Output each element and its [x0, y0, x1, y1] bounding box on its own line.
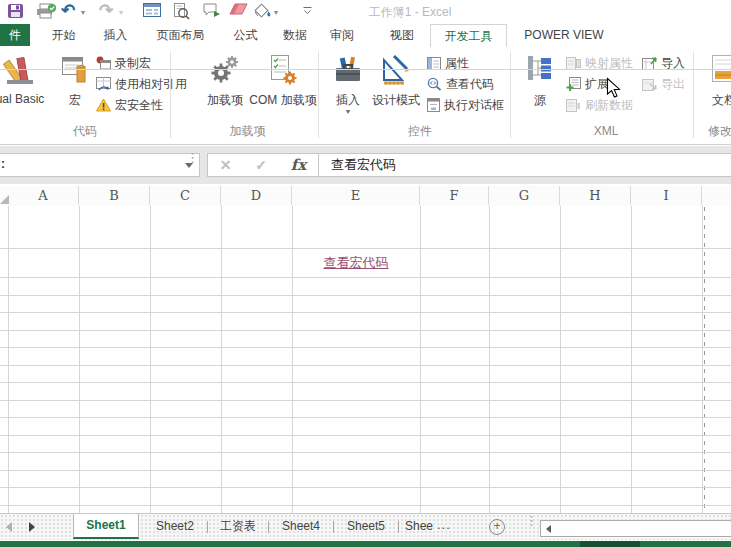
xml-source-button[interactable]: 源 — [522, 50, 558, 122]
refresh-data-button[interactable]: 刷新数据 — [566, 97, 633, 113]
gridline-vertical — [79, 206, 80, 513]
column-header-d[interactable]: D — [221, 186, 292, 205]
new-sheet-button[interactable]: + — [489, 519, 505, 535]
undo-icon[interactable]: ↶ — [61, 0, 75, 21]
run-dialog-button[interactable]: 执行对话框 — [427, 97, 504, 113]
fill-color-dropdown-icon[interactable]: ▾ — [274, 4, 278, 22]
tab-home[interactable]: 开始 — [40, 25, 87, 46]
redo-icon[interactable]: ↷ — [99, 0, 113, 21]
tab-developer[interactable]: 开发工具 — [430, 24, 507, 47]
toolbox-icon — [333, 54, 363, 86]
gridline-horizontal — [0, 505, 731, 506]
form-icon[interactable] — [143, 3, 161, 17]
map-properties-icon — [566, 57, 581, 70]
column-header-i[interactable]: I — [631, 186, 702, 205]
window-title: 工作簿1 - Excel — [330, 4, 490, 21]
tab-file[interactable]: 件 — [0, 24, 30, 46]
add-ins-button[interactable]: 加载项 — [203, 50, 247, 122]
column-header-a[interactable]: A — [8, 186, 79, 205]
insert-control-button[interactable]: 插入 ▾ — [330, 50, 366, 122]
save-icon[interactable] — [8, 3, 23, 19]
scrollbar-track[interactable] — [557, 520, 731, 537]
column-header-f[interactable]: F — [420, 186, 489, 205]
sheet-tab-sheet2[interactable]: Sheet2 — [146, 514, 204, 539]
gears-icon — [210, 54, 240, 86]
insert-dropdown-icon[interactable]: ▾ — [330, 107, 366, 116]
insert-function-button[interactable]: fx — [291, 156, 306, 174]
column-headers: A B C D E F G H I — [0, 186, 731, 207]
status-bar-segment — [580, 541, 640, 547]
formula-buttons: ✕ ✓ fx — [207, 153, 319, 177]
tab-page-layout[interactable]: 页面布局 — [144, 25, 217, 46]
column-header-c[interactable]: C — [150, 186, 221, 205]
name-box[interactable]: : — [0, 153, 200, 177]
worksheet-grid[interactable]: 查看宏代码 — [0, 206, 731, 513]
tab-review[interactable]: 审阅 — [320, 25, 364, 46]
sheet-tab-sheet1[interactable]: Sheet1 — [73, 514, 139, 539]
tab-formulas[interactable]: 公式 — [222, 25, 269, 46]
cell-hyperlink[interactable]: 查看宏代码 — [292, 248, 420, 277]
document-panel-button[interactable]: 文档 — [698, 50, 731, 122]
group-label-code: 代码 — [40, 124, 130, 139]
formula-input[interactable]: 查看宏代码 — [318, 153, 731, 177]
gridline-horizontal — [0, 487, 731, 488]
group-separator — [318, 52, 319, 138]
gridline-horizontal — [0, 312, 731, 313]
column-header-g[interactable]: G — [489, 186, 560, 205]
sheet-tab-payroll[interactable]: 工资表 — [211, 514, 265, 539]
tab-bar-drag-handle[interactable]: ⋮ — [525, 518, 538, 524]
tab-data[interactable]: 数据 — [272, 25, 318, 46]
design-mode-button[interactable]: 设计模式 — [368, 50, 424, 122]
formula-bar-row: : ⋮ ✕ ✓ fx 查看宏代码 — [0, 146, 731, 184]
gridline-horizontal — [0, 400, 731, 401]
sheet-tab-overflow-ellipsis: ... — [437, 514, 451, 539]
gridline-horizontal — [0, 470, 731, 471]
undo-dropdown-icon[interactable]: ▾ — [81, 4, 85, 22]
sheet-nav-left-icon[interactable] — [6, 522, 12, 532]
gridline-horizontal — [0, 347, 731, 348]
fill-color-icon[interactable] — [253, 3, 272, 20]
group-label-controls: 控件 — [330, 124, 510, 139]
customize-toolbar-icon[interactable] — [303, 6, 312, 16]
properties-icon — [427, 57, 441, 70]
visual-basic-button[interactable]: ual Basic — [0, 50, 56, 122]
name-box-text-fragment: : — [1, 157, 5, 171]
eraser-icon[interactable] — [229, 3, 249, 16]
gridline-horizontal — [0, 417, 731, 418]
macro-security-button[interactable]: 宏安全性 — [96, 97, 163, 113]
sheet-nav-right-icon[interactable] — [29, 522, 35, 532]
horizontal-scrollbar[interactable] — [540, 520, 731, 537]
formula-bar-drag-handle[interactable]: ⋮ — [186, 155, 192, 175]
sheet-tab-divider — [268, 521, 269, 533]
print-with-check-icon[interactable] — [36, 3, 57, 20]
use-relative-references-button[interactable]: 使用相对引用 — [96, 76, 187, 92]
group-label-addins: 加载项 — [200, 124, 295, 139]
macros-button[interactable]: 宏 — [58, 50, 92, 122]
macros-icon — [61, 54, 89, 86]
tab-power-view[interactable]: POWER VIEW — [508, 25, 620, 46]
gridline-vertical — [560, 206, 561, 513]
print-preview-icon[interactable] — [173, 3, 190, 20]
column-header-h[interactable]: H — [560, 186, 631, 205]
sheet-tab-sheet4[interactable]: Sheet4 — [272, 514, 330, 539]
refresh-data-icon — [566, 99, 581, 112]
export-button[interactable]: 导出 — [642, 76, 685, 92]
gridline-vertical — [702, 206, 703, 513]
tab-view[interactable]: 视图 — [380, 25, 424, 46]
tab-insert[interactable]: 插入 — [92, 25, 139, 46]
sheet-tab-divider — [333, 521, 334, 533]
expansion-packs-button[interactable]: 扩展 — [566, 76, 609, 92]
com-add-ins-button[interactable]: COM 加载项 — [248, 50, 318, 122]
sheet-tab-truncated[interactable]: Shee — [402, 514, 436, 539]
show-comments-icon[interactable] — [203, 3, 222, 19]
scroll-left-icon — [546, 525, 551, 533]
view-code-button[interactable]: 查看代码 — [427, 76, 494, 92]
cancel-button[interactable]: ✕ — [220, 157, 232, 173]
gridline-vertical — [631, 206, 632, 513]
enter-button[interactable]: ✓ — [255, 157, 267, 173]
column-header-b[interactable]: B — [79, 186, 150, 205]
redo-dropdown-icon[interactable]: ▾ — [119, 4, 123, 22]
column-header-e[interactable]: E — [292, 186, 420, 205]
sheet-tab-bar: Sheet1 Sheet2 工资表 Sheet4 Sheet5 Shee ...… — [0, 513, 731, 540]
sheet-tab-sheet5[interactable]: Sheet5 — [337, 514, 395, 539]
